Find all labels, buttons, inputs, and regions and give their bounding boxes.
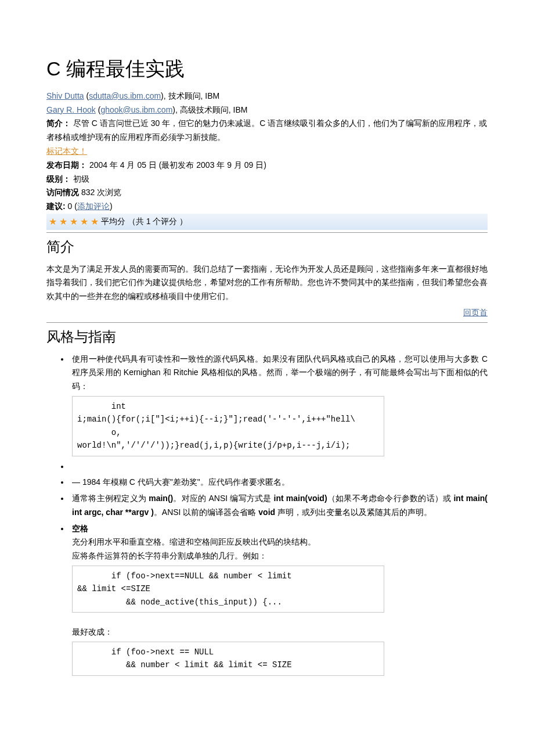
suggest-label: 建议:	[46, 201, 66, 211]
divider	[46, 322, 488, 323]
star-icon: ★	[91, 217, 99, 226]
author-role-1: 技术顾问, IBM	[168, 91, 220, 100]
divider	[46, 232, 488, 233]
style-bullet-list: 使用一种使代码具有可读性和一致性的源代码风格。如果没有团队代码风格或自己的风格，…	[46, 352, 488, 676]
rating-text: 平均分 （共 1 个评分 ）	[101, 215, 187, 229]
code-block-2: if (foo->next==NULL && number < limit &&…	[72, 566, 384, 613]
star-icon: ★	[59, 217, 67, 226]
list-item-empty	[70, 460, 488, 474]
author-row-2: Gary R. Hook (ghook@us.ibm.com), 高级技术顾问,…	[46, 103, 488, 117]
code-block-3: if (foo->next == NULL && number < limit …	[72, 642, 384, 676]
summary-label: 简介：	[46, 118, 71, 128]
suggest-row: 建议: 0 (添加评论)	[46, 200, 488, 214]
suggest-close: )	[110, 201, 113, 211]
b3-c: （如果不考虑命令行参数的话）或	[327, 494, 454, 503]
star-icon: ★	[49, 217, 57, 226]
bullet-text-1: 使用一种使代码具有可读性和一致性的源代码风格。如果没有团队代码风格或自己的风格，…	[72, 354, 488, 391]
code-block-1: int i;main(){for(;i["]<i;++i){--i;}"];re…	[72, 396, 384, 456]
list-item: 通常将主例程定义为 main()。对应的 ANSI 编写方式是 int main…	[70, 492, 488, 520]
author-email-link-1[interactable]: sdutta@us.ibm.com	[89, 91, 161, 100]
intro-body: 本文是为了满足开发人员的需要而写的。我们总结了一套指南，无论作为开发人员还是顾问…	[46, 262, 488, 304]
pubdate-label: 发布日期：	[46, 160, 87, 170]
b3-void: void	[258, 507, 275, 517]
whitespace-heading: 空格	[72, 524, 88, 533]
b3-e: 声明，或列出变量名以及紧随其后的声明。	[275, 507, 432, 517]
paren-close-2: ),	[172, 105, 179, 114]
whitespace-line-2: 应将条件运算符的长字符串分割成单独的几行。例如：	[72, 549, 488, 563]
bookmark-link[interactable]: 标记本文！	[46, 146, 87, 156]
star-icon: ★	[70, 217, 78, 226]
list-item: 使用一种使代码具有可读性和一致性的源代码风格。如果没有团队代码风格或自己的风格，…	[70, 352, 488, 456]
page-title: C 编程最佳实践	[46, 52, 488, 86]
b3-b: 。对应的 ANSI 编写方式是	[173, 494, 273, 503]
whitespace-line-1: 充分利用水平和垂直空格。缩进和空格间距应反映出代码的块结构。	[72, 535, 488, 549]
bookmark-row: 标记本文！	[46, 145, 488, 159]
list-item: 空格 充分利用水平和垂直空格。缩进和空格间距应反映出代码的块结构。 应将条件运算…	[70, 522, 488, 676]
bullet-text-2: — 1984 年模糊 C 代码大赛"差劲奖"。应代码作者要求匿名。	[72, 477, 290, 487]
paren-open: (	[84, 91, 89, 100]
list-item: — 1984 年模糊 C 代码大赛"差劲奖"。应代码作者要求匿名。	[70, 476, 488, 489]
author-row-1: Shiv Dutta (sdutta@us.ibm.com), 技术顾问, IB…	[46, 89, 488, 103]
views-text: 832 次浏览	[79, 188, 121, 197]
level-row: 级别： 初级	[46, 172, 488, 186]
back-to-top-row: 回页首	[46, 306, 488, 320]
paren-close: ),	[161, 91, 168, 100]
summary-row: 简介： 尽管 C 语言问世已近 30 年，但它的魅力仍未减退。C 语言继续吸引着…	[46, 117, 488, 145]
star-icon: ★	[80, 217, 88, 226]
b3-main1: main()	[149, 494, 173, 503]
pubdate-row: 发布日期： 2004 年 4 月 05 日 (最初发布 2003 年 9 月 0…	[46, 159, 488, 172]
author-name-link-1[interactable]: Shiv Dutta	[46, 91, 84, 100]
spacer	[72, 616, 488, 625]
suggest-count: 0 (	[66, 201, 77, 211]
better-text: 最好改成：	[72, 625, 488, 639]
section-style-heading: 风格与指南	[46, 325, 488, 349]
back-to-top-link[interactable]: 回页首	[463, 308, 488, 317]
summary-text: 尽管 C 语言问世已近 30 年，但它的魅力仍未减退。C 语言继续吸引着众多的人…	[46, 118, 487, 142]
author-name-link-2[interactable]: Gary R. Hook	[46, 105, 96, 114]
add-comment-link[interactable]: 添加评论	[77, 201, 110, 211]
b3-d: 。ANSI 以前的编译器会省略	[154, 507, 258, 517]
views-label: 访问情况	[46, 188, 79, 197]
b3-a: 通常将主例程定义为	[72, 494, 149, 503]
views-row: 访问情况 832 次浏览	[46, 186, 488, 200]
b3-main2: int main(void)	[274, 494, 327, 503]
level-label: 级别：	[46, 174, 71, 183]
section-intro-heading: 简介	[46, 235, 488, 259]
pubdate-text: 2004 年 4 月 05 日 (最初发布 2003 年 9 月 09 日)	[87, 160, 266, 170]
author-email-link-2[interactable]: ghook@us.ibm.com	[100, 105, 172, 114]
level-text: 初级	[71, 174, 89, 183]
page-root: C 编程最佳实践 Shiv Dutta (sdutta@us.ibm.com),…	[0, 0, 534, 703]
author-role-2: 高级技术顾问, IBM	[180, 105, 248, 114]
rating-bar: ★ ★ ★ ★ ★ 平均分 （共 1 个评分 ）	[46, 214, 488, 230]
